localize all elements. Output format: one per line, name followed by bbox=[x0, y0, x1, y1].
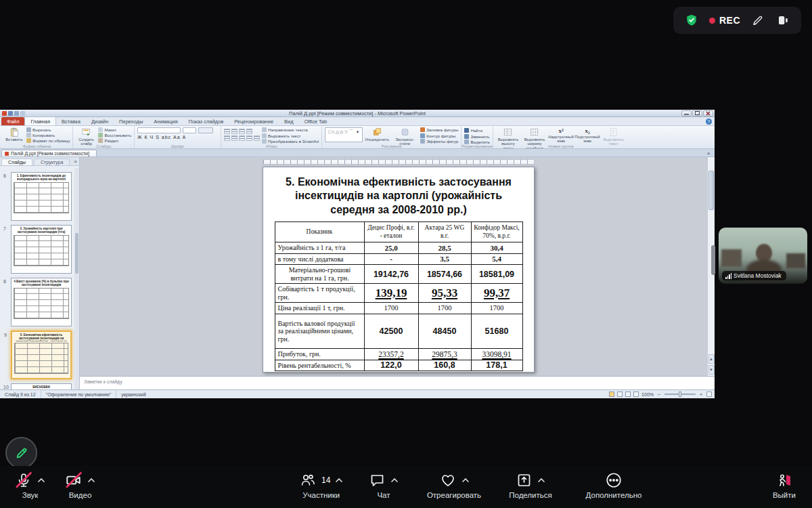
exit-door-icon bbox=[775, 472, 793, 488]
align-text-custom-button[interactable]: Выровнять текст bbox=[602, 127, 626, 146]
fit-to-window-icon[interactable] bbox=[706, 391, 712, 397]
participant-video-tile[interactable]: Svitlana Mostoviak bbox=[719, 228, 807, 284]
slide-thumbnail-10[interactable]: 10 ВИСНОВКИ bbox=[11, 383, 72, 389]
smartart-button[interactable]: Преобразовать в SmartArt bbox=[262, 139, 319, 144]
normal-view-icon[interactable] bbox=[609, 391, 614, 397]
tab-transitions[interactable]: Переходы bbox=[114, 117, 148, 125]
chevron-up-icon[interactable] bbox=[37, 478, 45, 483]
section-icon bbox=[98, 138, 103, 143]
participants-button[interactable]: 14 Участники bbox=[299, 471, 343, 499]
meeting-toolbar: Звук Видео 14 Участ bbox=[0, 466, 812, 508]
slide-thumbnail-8[interactable]: 8 4.Вміст крохмалю (%) в бульбах при зас… bbox=[11, 278, 72, 326]
replace-button[interactable]: Заменить bbox=[464, 134, 490, 139]
slideshow-view-icon[interactable] bbox=[633, 391, 639, 397]
zoom-slider-knob[interactable] bbox=[679, 391, 681, 397]
tab-office-tab[interactable]: Office Tab bbox=[299, 117, 333, 125]
font-style-buttons[interactable]: Ж К Ч S abc Аа А bbox=[137, 135, 218, 140]
chevron-up-icon[interactable] bbox=[461, 478, 470, 483]
ribbon-tab-strip: Файл Главная Вставка Дизайн Переходы Ани… bbox=[0, 117, 715, 126]
align-text-icon bbox=[262, 133, 267, 138]
zoom-in-button[interactable]: + bbox=[698, 391, 704, 398]
mute-audio-button[interactable]: Звук bbox=[15, 471, 45, 499]
document-tab-close-icon[interactable]: × bbox=[705, 150, 712, 156]
cut-button[interactable]: Вырезать bbox=[26, 127, 70, 132]
tab-slideshow[interactable]: Показ слайдов bbox=[183, 117, 229, 125]
sorter-view-icon[interactable] bbox=[617, 391, 623, 397]
tab-review[interactable]: Рецензирование bbox=[229, 117, 279, 125]
chevron-up-icon[interactable] bbox=[335, 478, 343, 483]
layout-icon bbox=[98, 127, 103, 132]
annotate-pencil-icon[interactable] bbox=[750, 13, 765, 28]
pane-scrollbar[interactable] bbox=[74, 168, 79, 389]
paste-button[interactable]: Вставить bbox=[4, 127, 24, 142]
zoom-slider[interactable] bbox=[664, 394, 696, 395]
slide-thumbnail-7[interactable]: 7 3. Урожайність картоплі при застосуван… bbox=[11, 225, 72, 274]
tab-animations[interactable]: Анимация bbox=[148, 117, 183, 125]
slide-canvas[interactable]: 5. Економічна ефективність застосування … bbox=[263, 167, 535, 373]
share-screen-button[interactable]: Поделиться bbox=[499, 471, 562, 499]
zoom-out-button[interactable]: − bbox=[656, 391, 662, 398]
shape-effects-button[interactable]: Эффекты фигур bbox=[420, 139, 458, 144]
video-panel-handle[interactable] bbox=[711, 245, 715, 275]
font-size-select[interactable] bbox=[183, 127, 196, 133]
leave-meeting-button[interactable]: Выйти bbox=[773, 471, 796, 499]
shape-fill-button[interactable]: Заливка фигуры bbox=[420, 127, 458, 132]
maximize-button[interactable] bbox=[692, 110, 702, 117]
annotation-fab-button[interactable] bbox=[5, 437, 37, 469]
chevron-up-icon[interactable] bbox=[390, 478, 399, 483]
layout-button[interactable]: Макет bbox=[98, 127, 131, 132]
close-button[interactable] bbox=[703, 110, 713, 117]
green-pencil-icon bbox=[14, 446, 29, 461]
shapes-gallery[interactable]: □○△◇☆⌒ ▾ bbox=[325, 127, 363, 142]
start-video-button[interactable]: Видео bbox=[65, 471, 95, 499]
tab-view[interactable]: Вид bbox=[279, 117, 299, 125]
tab-file[interactable]: Файл bbox=[1, 117, 24, 125]
shape-outline-button[interactable]: Контур фигуры bbox=[420, 133, 458, 138]
section-button[interactable]: Раздел bbox=[98, 138, 131, 143]
document-tab[interactable]: Палій Д.ppt [Режим совместимости] bbox=[1, 150, 97, 156]
slide-thumbnail-9-selected[interactable]: 9 5. Економічна ефективність застосуванн… bbox=[11, 331, 72, 379]
react-button[interactable]: Отреагировать bbox=[416, 471, 492, 499]
text-direction-button[interactable]: Направление текста bbox=[262, 127, 319, 132]
arrange-button[interactable]: Упорядочить bbox=[365, 127, 389, 142]
format-painter-button[interactable]: Формат по образцу bbox=[26, 138, 70, 143]
list-buttons[interactable] bbox=[224, 129, 260, 134]
reset-button[interactable]: Восстановить bbox=[98, 133, 131, 137]
tab-insert[interactable]: Вставка bbox=[56, 117, 86, 125]
help-icon[interactable]: ? bbox=[706, 119, 712, 125]
slide-edit-area[interactable]: 5. Економічна ефективність застосування … bbox=[80, 157, 715, 376]
align-text-button[interactable]: Выровнять текст bbox=[262, 133, 319, 138]
find-button[interactable]: Найти bbox=[464, 128, 490, 133]
superscript-button[interactable]: x² Надстрочный знак bbox=[549, 127, 573, 144]
align-buttons[interactable] bbox=[224, 135, 260, 141]
chevron-up-icon[interactable] bbox=[87, 478, 95, 483]
reading-view-icon[interactable] bbox=[625, 391, 631, 397]
window-titlebar[interactable]: Палій Д.ppt [Режим совместимости] - Micr… bbox=[0, 110, 715, 117]
group-slides: Создать слайд Макет Восстановить Раздел … bbox=[73, 127, 135, 148]
tab-home[interactable]: Главная bbox=[24, 117, 56, 125]
grow-shrink-font-buttons[interactable] bbox=[198, 127, 213, 133]
pane-close-icon[interactable]: × bbox=[74, 158, 77, 165]
select-button[interactable]: Выделить bbox=[464, 140, 490, 144]
more-options-button[interactable]: Дополнительно bbox=[577, 471, 651, 499]
new-slide-button[interactable]: Создать слайд bbox=[76, 127, 96, 146]
font-name-select[interactable] bbox=[137, 127, 181, 133]
quick-styles-button[interactable]: Экспресс-стили bbox=[391, 127, 418, 146]
subscript-button[interactable]: x₂ Подстрочный знак bbox=[575, 127, 600, 144]
chat-button[interactable]: Чат bbox=[369, 471, 399, 499]
next-slide-button[interactable]: ▼ bbox=[708, 365, 715, 375]
side-panel-icon[interactable] bbox=[775, 13, 790, 28]
status-language: украинский bbox=[116, 390, 151, 398]
notes-area[interactable]: Заметки к слайду bbox=[80, 376, 715, 389]
pane-tab-outline[interactable]: Структура bbox=[34, 158, 70, 165]
scrollbar-thumb[interactable] bbox=[708, 171, 714, 210]
slide-thumbnail-6[interactable]: 6 1. Ефективність інсектицидів до колора… bbox=[11, 172, 72, 221]
previous-slide-button[interactable]: ▲ bbox=[708, 354, 715, 364]
chevron-up-icon[interactable] bbox=[537, 478, 545, 483]
group-font: Ж К Ч S abc Аа А Шрифт bbox=[135, 127, 221, 148]
minimize-button[interactable] bbox=[681, 110, 692, 117]
security-shield-icon[interactable] bbox=[684, 13, 699, 28]
tab-design[interactable]: Дизайн bbox=[86, 117, 114, 125]
pane-tab-slides[interactable]: Слайды bbox=[1, 158, 32, 165]
copy-button[interactable]: Копировать bbox=[26, 133, 70, 137]
